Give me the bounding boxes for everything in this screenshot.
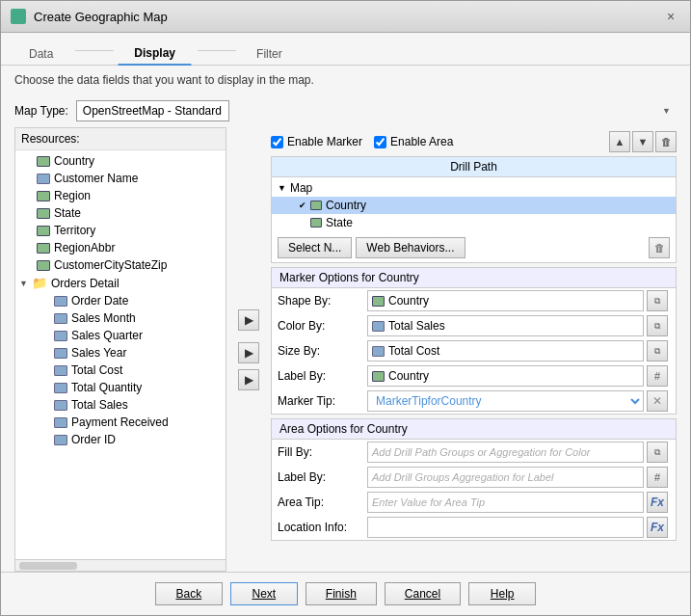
list-item[interactable]: Sales Quarter [15,327,226,344]
add-to-drillpath-button[interactable]: ▶ [238,309,259,331]
right-top: Enable Marker Enable Area ▲ ▼ 🗑 [271,127,677,156]
location-info-field [367,517,644,538]
dialog-icon [11,9,26,24]
list-item[interactable]: Sales Month [15,309,226,327]
drill-item-state[interactable]: State [272,214,676,231]
leaf-icon [54,296,67,307]
fill-by-field: Add Drill Path Groups or Aggregation for… [367,442,644,463]
tab-filter[interactable]: Filter [240,42,299,66]
next-button[interactable]: Next [230,582,298,605]
leaf-icon [372,321,385,332]
enable-marker-checkbox[interactable]: Enable Marker [271,135,362,148]
drill-item-country[interactable]: ✔ Country [272,197,676,214]
color-by-field: Total Sales [367,315,644,336]
drill-path-box: Drill Path ▼ Map ✔ Country [271,156,677,263]
map-icon [37,226,50,236]
fill-by-row: Fill By: Add Drill Path Groups or Aggreg… [272,440,676,465]
list-item[interactable]: CustomerCityStateZip [15,256,226,274]
size-by-btn[interactable]: ⧉ [647,340,668,362]
svg-point-0 [13,12,23,21]
marker-tip-clear-btn[interactable]: ✕ [647,390,668,412]
add-area-label-button[interactable]: ▶ [238,369,259,390]
map-icon [37,156,50,167]
area-tip-btn[interactable]: Fx [647,492,668,513]
list-item[interactable]: Order Date [15,292,226,309]
resources-header: Resources: [15,128,226,150]
resources-panel: Resources: Country Customer Name [14,127,226,572]
mid-arrows: ▶ ▶ ▶ [234,127,263,572]
list-item[interactable]: Territory [15,222,226,239]
leaf-icon [54,365,67,376]
list-item[interactable]: Country [15,152,226,170]
list-item[interactable]: Order ID [15,431,226,448]
right-panel: Enable Marker Enable Area ▲ ▼ 🗑 Drill Pa… [271,127,677,572]
area-label-by-row: Label By: Add Drill Groups Aggregation f… [272,465,676,490]
list-item[interactable]: Region [15,187,226,204]
bottom-buttons: Back Next Finish Cancel Help [1,572,690,615]
leaf-icon [37,174,50,184]
area-options-header: Area Options for Country [272,419,676,440]
enable-area-checkbox[interactable]: Enable Area [374,135,453,148]
marker-tip-row: Marker Tip: MarkerTipforCountry ✕ [272,388,676,414]
list-item[interactable]: ▼ 📁 Orders Detail [15,274,226,292]
list-item[interactable]: State [15,204,226,222]
title-bar: Create Geographic Map × [1,1,690,33]
add-area-fill-button[interactable]: ▶ [238,342,259,363]
leaf-icon [54,313,67,324]
expand-icon: ▼ [19,279,28,288]
drill-path-header: Drill Path [272,157,676,177]
delete-button[interactable]: 🗑 [655,131,677,152]
cancel-button[interactable]: Cancel [385,582,461,605]
main-area: Resources: Country Customer Name [1,127,690,572]
map-icon [37,191,50,201]
fill-by-btn[interactable]: ⧉ [647,442,668,463]
tab-display[interactable]: Display [118,41,192,66]
help-button[interactable]: Help [468,582,536,605]
maptype-row: Map Type: OpenStreetMap - Standard [1,94,690,127]
scrollbar-x[interactable] [15,559,226,571]
list-item[interactable]: Total Quantity [15,379,226,396]
area-label-by-btn[interactable]: # [647,467,668,488]
list-item[interactable]: Payment Received [15,414,226,431]
list-item[interactable]: Total Cost [15,362,226,379]
drill-delete-button[interactable]: 🗑 [649,237,670,258]
folder-icon: 📁 [32,276,47,290]
back-button[interactable]: Back [155,582,223,605]
marker-options-header: Marker Options for Country [272,268,676,288]
list-item[interactable]: Customer Name [15,170,226,187]
location-info-btn[interactable]: Fx [647,517,668,538]
tab-data[interactable]: Data [13,42,69,66]
leaf-icon [372,346,385,357]
map-icon [372,371,385,382]
web-behaviors-button[interactable]: Web Behaviors... [356,237,465,258]
select-n-button[interactable]: Select N... [278,237,352,258]
maptype-select[interactable]: OpenStreetMap - Standard [76,100,229,121]
size-by-field: Total Cost [367,340,644,362]
maptype-select-wrapper: OpenStreetMap - Standard [76,100,677,121]
shape-by-field: Country [367,290,644,311]
leaf-icon [54,383,67,393]
up-button[interactable]: ▲ [609,131,630,152]
tree-area[interactable]: Country Customer Name Region [15,150,226,559]
list-item[interactable]: RegionAbbr [15,239,226,256]
drill-actions: Select N... Web Behaviors... 🗑 [272,233,676,262]
marker-tip-select[interactable]: MarkerTipforCountry [367,390,644,412]
map-icon [372,296,385,307]
color-by-btn[interactable]: ⧉ [647,315,668,336]
area-tip-row: Area Tip: Enter Value for Area Tip Fx [272,490,676,515]
list-item[interactable]: Total Sales [15,396,226,414]
map-icon [37,243,50,254]
label-by-btn[interactable]: # [647,365,668,387]
label-by-field: Country [367,365,644,387]
close-button[interactable]: × [661,7,680,26]
down-button[interactable]: ▼ [632,131,653,152]
leaf-icon [54,417,67,428]
drill-map-label: ▼ Map [272,179,676,197]
list-item[interactable]: Sales Year [15,344,226,362]
size-by-row: Size By: Total Cost ⧉ [272,338,676,363]
label-by-row: Label By: Country # [272,363,676,388]
shape-by-btn[interactable]: ⧉ [647,290,668,311]
create-geographic-map-dialog: Create Geographic Map × Data Display Fil… [0,0,691,616]
area-tip-field: Enter Value for Area Tip [367,492,644,513]
finish-button[interactable]: Finish [306,582,377,605]
